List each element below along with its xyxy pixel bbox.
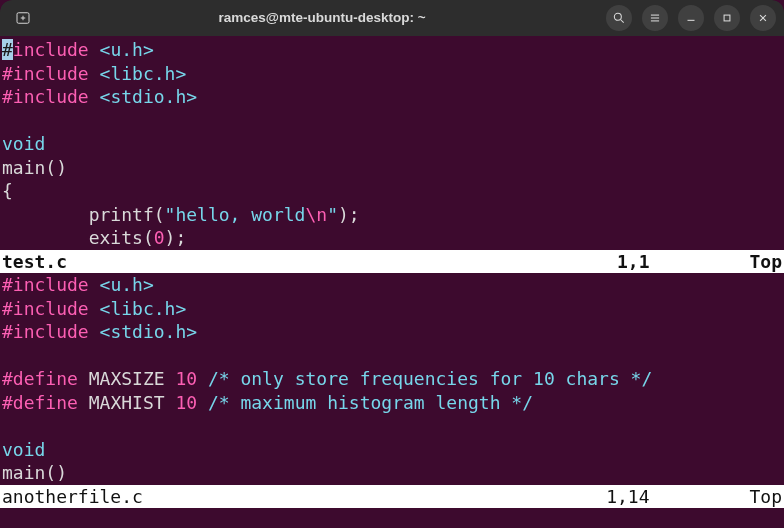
svg-rect-9 <box>724 15 730 21</box>
code-line <box>0 508 784 528</box>
code-line: printf("hello, world\n"); <box>0 203 784 227</box>
minimize-button[interactable] <box>678 5 704 31</box>
code-line <box>0 109 784 133</box>
code-line: #include <libc.h> <box>0 297 784 321</box>
code-line <box>0 344 784 368</box>
editor-area[interactable]: #include <u.h> #include <libc.h> #includ… <box>0 36 784 528</box>
status-filename: test.c <box>2 250 67 274</box>
svg-line-4 <box>621 20 624 23</box>
code-line: { <box>0 179 784 203</box>
status-position: 1,14 <box>606 485 749 509</box>
cursor: # <box>2 39 13 60</box>
svg-point-3 <box>614 13 621 20</box>
code-line: #include <libc.h> <box>0 62 784 86</box>
code-line: void <box>0 438 784 462</box>
code-line: main() <box>0 461 784 485</box>
code-line: void <box>0 132 784 156</box>
status-bar: anotherfile.c 1,14 Top <box>0 485 784 509</box>
menu-button[interactable] <box>642 5 668 31</box>
status-filename: anotherfile.c <box>2 485 143 509</box>
status-bar: test.c 1,1 Top <box>0 250 784 274</box>
search-button[interactable] <box>606 5 632 31</box>
code-line: exits(0); <box>0 226 784 250</box>
titlebar: ramces@mte-ubuntu-desktop: ~ <box>0 0 784 36</box>
code-line: #define MAXSIZE 10 /* only store frequen… <box>0 367 784 391</box>
code-line: #include <stdio.h> <box>0 320 784 344</box>
close-button[interactable] <box>750 5 776 31</box>
code-line: #include <stdio.h> <box>0 85 784 109</box>
status-scroll: Top <box>749 250 782 274</box>
maximize-button[interactable] <box>714 5 740 31</box>
code-line <box>0 414 784 438</box>
status-position: 1,1 <box>617 250 750 274</box>
status-scroll: Top <box>749 485 782 509</box>
code-line: #define MAXHIST 10 /* maximum histogram … <box>0 391 784 415</box>
code-line: #include <u.h> <box>0 38 784 62</box>
window-title: ramces@mte-ubuntu-desktop: ~ <box>38 6 606 30</box>
code-line: #include <u.h> <box>0 273 784 297</box>
code-line: main() <box>0 156 784 180</box>
new-tab-button[interactable] <box>8 3 38 33</box>
